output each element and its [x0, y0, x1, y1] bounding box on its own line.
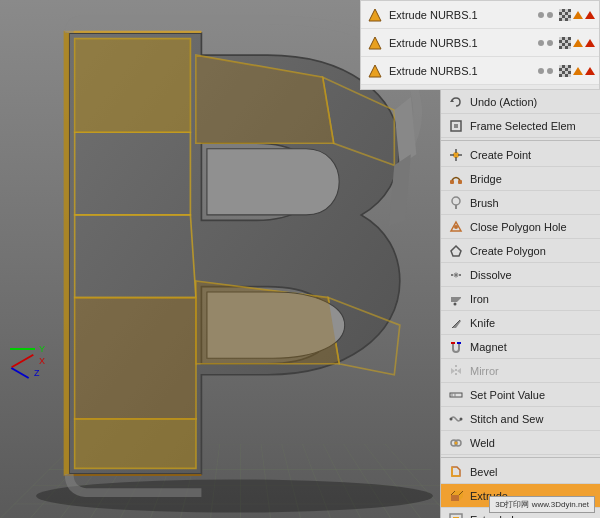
triangle-orange-3 — [573, 67, 583, 75]
svg-point-31 — [450, 417, 453, 420]
svg-point-21 — [454, 302, 457, 305]
toolbar-row-3[interactable]: Extrude NURBS.1 — [361, 57, 599, 85]
menu-label-brush: Brush — [470, 197, 499, 209]
weld-icon — [447, 434, 465, 452]
axis-indicator: Y X Z — [10, 344, 45, 378]
extrude-nurbs-icon-1 — [365, 5, 385, 25]
watermark: 3D打印网 www.3Ddyin.net — [489, 496, 595, 513]
dot-5 — [538, 68, 544, 74]
svg-marker-26 — [451, 368, 455, 374]
svg-marker-2 — [369, 37, 381, 49]
magnet-icon — [447, 338, 465, 356]
bevel-icon — [447, 463, 465, 481]
menu-item-magnet[interactable]: Magnet — [441, 335, 600, 359]
menu-item-frame-selected[interactable]: Frame Selected Elem — [441, 114, 600, 138]
dot-2 — [547, 12, 553, 18]
menu-item-bevel[interactable]: Bevel — [441, 460, 600, 484]
create-point-icon — [447, 146, 465, 164]
toolbar-dots-3 — [538, 68, 553, 74]
menu-label-mirror: Mirror — [470, 365, 499, 377]
dot-4 — [547, 40, 553, 46]
menu-label-extrude-inner: Extrude Inner — [470, 514, 536, 519]
menu-label-stitch-sew: Stitch and Sew — [470, 413, 543, 425]
svg-point-35 — [455, 441, 458, 444]
svg-rect-15 — [455, 205, 457, 209]
toolbar-label-1: Extrude NURBS.1 — [389, 9, 538, 21]
mirror-icon — [447, 362, 465, 380]
frame-selected-icon — [447, 117, 465, 135]
triangle-red-1 — [585, 11, 595, 19]
menu-item-bridge[interactable]: Bridge — [441, 167, 600, 191]
toolbar-icons-right-3 — [559, 65, 595, 77]
toolbar-icons-right-2 — [559, 37, 595, 49]
svg-point-14 — [452, 197, 460, 205]
right-panel-menu: Undo (Action) Frame Selected Elem Create… — [440, 90, 600, 518]
checker-icon-3 — [559, 65, 571, 77]
menu-sep-1 — [441, 140, 600, 141]
toolbar-row-2[interactable]: Extrude NURBS.1 — [361, 29, 599, 57]
menu-label-frame-selected: Frame Selected Elem — [470, 120, 576, 132]
menu-item-dissolve[interactable]: Dissolve — [441, 263, 600, 287]
svg-marker-3 — [369, 65, 381, 77]
menu-label-undo: Undo (Action) — [470, 96, 537, 108]
bridge-icon — [447, 170, 465, 188]
toolbar-dots-1 — [538, 12, 553, 18]
menu-label-iron: Iron — [470, 293, 489, 305]
triangle-orange-2 — [573, 39, 583, 47]
menu-label-magnet: Magnet — [470, 341, 507, 353]
svg-rect-37 — [451, 495, 459, 501]
undo-icon — [447, 93, 465, 111]
menu-item-weld[interactable]: Weld — [441, 431, 600, 455]
toolbar-icons-right-1 — [559, 9, 595, 21]
checker-icon-2 — [559, 37, 571, 49]
top-toolbar: Extrude NURBS.1 Extrude NURBS.1 — [360, 0, 600, 90]
menu-item-brush[interactable]: Brush — [441, 191, 600, 215]
menu-item-set-point-value[interactable]: Set Point Value — [441, 383, 600, 407]
svg-rect-12 — [450, 180, 454, 184]
svg-marker-1 — [369, 9, 381, 21]
extrude-icon — [447, 487, 465, 505]
dissolve-icon — [447, 266, 465, 284]
dot-1 — [538, 12, 544, 18]
menu-label-dissolve: Dissolve — [470, 269, 512, 281]
create-polygon-icon — [447, 242, 465, 260]
menu-sep-2 — [441, 457, 600, 458]
menu-label-bevel: Bevel — [470, 466, 498, 478]
svg-marker-18 — [451, 246, 461, 256]
triangle-orange-1 — [573, 11, 583, 19]
menu-item-undo[interactable]: Undo (Action) — [441, 90, 600, 114]
svg-rect-6 — [454, 124, 458, 128]
toolbar-row-1[interactable]: Extrude NURBS.1 — [361, 1, 599, 29]
extrude-nurbs-icon-3 — [365, 61, 385, 81]
brush-icon — [447, 194, 465, 212]
checker-icon-1 — [559, 9, 571, 21]
triangle-red-2 — [585, 39, 595, 47]
menu-item-knife[interactable]: Knife — [441, 311, 600, 335]
menu-label-set-point-value: Set Point Value — [470, 389, 545, 401]
stitch-sew-icon — [447, 410, 465, 428]
menu-item-create-point[interactable]: Create Point — [441, 143, 600, 167]
menu-item-close-polygon-hole[interactable]: Close Polygon Hole — [441, 215, 600, 239]
dot-3 — [538, 40, 544, 46]
close-polygon-hole-icon — [447, 218, 465, 236]
watermark-text: 3D打印网 www.3Ddyin.net — [495, 500, 589, 509]
toolbar-label-2: Extrude NURBS.1 — [389, 37, 538, 49]
menu-label-close-polygon-hole: Close Polygon Hole — [470, 221, 567, 233]
set-point-value-icon — [447, 386, 465, 404]
svg-point-32 — [460, 417, 463, 420]
svg-marker-27 — [457, 368, 461, 374]
toolbar-label-3: Extrude NURBS.1 — [389, 65, 538, 77]
iron-icon — [447, 290, 465, 308]
extrude-nurbs-icon-2 — [365, 33, 385, 53]
toolbar-dots-2 — [538, 40, 553, 46]
menu-item-mirror[interactable]: Mirror — [441, 359, 600, 383]
menu-label-create-polygon: Create Polygon — [470, 245, 546, 257]
svg-rect-13 — [458, 180, 462, 184]
menu-label-bridge: Bridge — [470, 173, 502, 185]
menu-item-iron[interactable]: Iron — [441, 287, 600, 311]
menu-item-stitch-sew[interactable]: Stitch and Sew — [441, 407, 600, 431]
triangle-red-3 — [585, 67, 595, 75]
menu-item-create-polygon[interactable]: Create Polygon — [441, 239, 600, 263]
menu-label-knife: Knife — [470, 317, 495, 329]
svg-point-17 — [454, 225, 458, 229]
